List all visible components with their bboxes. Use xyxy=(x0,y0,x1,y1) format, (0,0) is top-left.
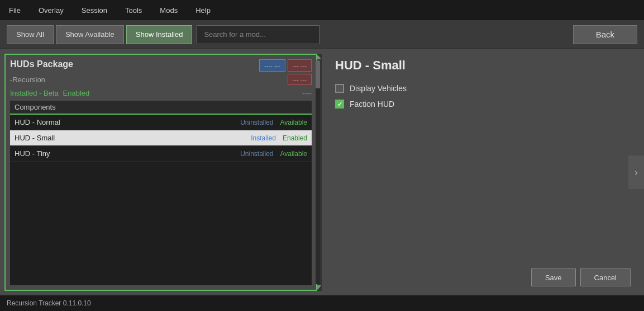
back-button[interactable]: Back xyxy=(573,25,637,44)
menu-overlay[interactable]: Overlay xyxy=(34,4,68,17)
package-title: HUDs Package xyxy=(10,59,73,69)
recursion-row: -Recursion --- --- xyxy=(10,74,312,85)
status-installed: Installed - Beta xyxy=(10,89,59,97)
show-installed-button[interactable]: Show Installed xyxy=(126,25,193,44)
component-row-hud-normal[interactable]: HUD - Normal Uninstalled Available xyxy=(10,115,312,130)
display-vehicles-label: Display Vehicles xyxy=(350,84,407,93)
show-all-button[interactable]: Show All xyxy=(7,25,54,44)
component-row-hud-tiny[interactable]: HUD - Tiny Uninstalled Available xyxy=(10,146,312,162)
menu-session[interactable]: Session xyxy=(77,4,112,17)
left-scrollbar xyxy=(314,54,322,291)
comp-name-hud-normal: HUD - Normal xyxy=(15,118,240,126)
status-labels: Installed - Beta Enabled xyxy=(10,88,89,97)
components-list: HUD - Normal Uninstalled Available HUD -… xyxy=(10,115,312,285)
comp-status-hud-tiny: Uninstalled xyxy=(240,150,273,158)
statusbar: Recursion Tracker 0.11.0.10 xyxy=(0,295,644,311)
menu-help[interactable]: Help xyxy=(191,4,215,17)
cancel-button[interactable]: Cancel xyxy=(580,268,631,286)
faction-hud-checkbox[interactable] xyxy=(335,100,344,109)
main-content: HUDs Package ---- --- --- --- -Recursion… xyxy=(0,49,644,295)
package-btn-1[interactable]: ---- --- xyxy=(259,59,285,72)
left-panel: HUDs Package ---- --- --- --- -Recursion… xyxy=(4,54,317,291)
faction-hud-label: Faction HUD xyxy=(350,100,394,109)
status-row: Installed - Beta Enabled ---- xyxy=(10,88,312,97)
status-enabled: Enabled xyxy=(63,89,90,97)
components-header: Components xyxy=(10,101,312,115)
faction-hud-row: Faction HUD xyxy=(335,100,631,109)
bottom-buttons: Save Cancel xyxy=(531,268,631,286)
detail-title: HUD - Small xyxy=(335,58,631,73)
package-buttons: ---- --- --- --- xyxy=(259,59,312,72)
components-box: Components HUD - Normal Uninstalled Avai… xyxy=(10,101,312,285)
right-panel: HUD - Small Display Vehicles Faction HUD… xyxy=(322,49,644,295)
recursion-button[interactable]: --- --- xyxy=(288,74,312,85)
scroll-track xyxy=(316,60,320,284)
comp-avail-hud-normal: Available xyxy=(280,119,307,126)
scroll-handle[interactable] xyxy=(316,60,320,88)
toolbar: Show All Show Available Show Installed B… xyxy=(0,20,644,49)
right-arrow-icon[interactable]: › xyxy=(628,156,644,189)
comp-name-hud-tiny: HUD - Tiny xyxy=(15,149,240,158)
search-input[interactable] xyxy=(197,25,319,44)
statusbar-text: Recursion Tracker 0.11.0.10 xyxy=(7,299,91,307)
comp-avail-hud-small: Enabled xyxy=(283,134,307,142)
package-header: HUDs Package ---- --- --- --- xyxy=(10,59,312,72)
menu-file[interactable]: File xyxy=(4,4,25,17)
recursion-label: -Recursion xyxy=(10,76,45,84)
display-vehicles-row: Display Vehicles xyxy=(335,84,631,93)
show-available-button[interactable]: Show Available xyxy=(56,25,124,44)
comp-avail-hud-tiny: Available xyxy=(280,150,307,158)
display-vehicles-checkbox[interactable] xyxy=(335,84,344,93)
save-button[interactable]: Save xyxy=(531,268,576,286)
menubar: File Overlay Session Tools Mods Help xyxy=(0,0,644,20)
menu-mods[interactable]: Mods xyxy=(155,4,182,17)
comp-name-hud-small: HUD - Small xyxy=(15,134,251,142)
status-dashes: ---- xyxy=(302,89,312,97)
comp-status-hud-small: Installed xyxy=(251,134,276,142)
component-row-hud-small[interactable]: HUD - Small Installed Enabled xyxy=(10,130,312,146)
package-btn-2[interactable]: --- --- xyxy=(288,59,312,72)
menu-tools[interactable]: Tools xyxy=(121,4,146,17)
comp-status-hud-normal: Uninstalled xyxy=(240,119,273,126)
